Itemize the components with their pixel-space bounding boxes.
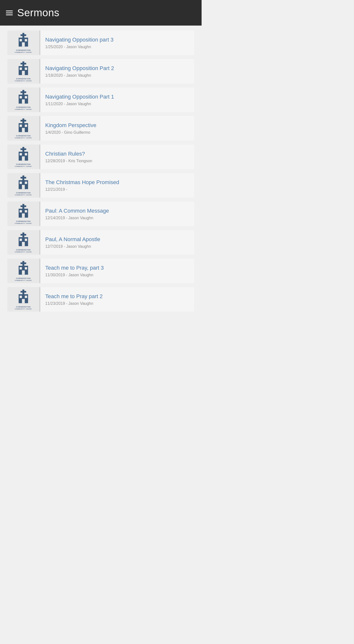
sermon-list-item[interactable]: CORNERSTON COMMUNITY CHURC Christian Rul… — [8, 144, 194, 169]
sermon-meta: 1/18/2020 - Jason Vaughn — [45, 73, 189, 78]
svg-rect-16 — [20, 96, 22, 98]
svg-rect-41 — [25, 210, 27, 212]
sermon-meta: 12/14/2019 - Jason Vaughn — [45, 216, 189, 220]
sermon-content: The Christmas Hope Promised 12/21/2019 - — [40, 175, 194, 196]
sermon-logo: CORNERSTON COMMUNITY CHURC — [8, 202, 39, 226]
svg-rect-31 — [21, 177, 26, 179]
sermon-title: Navigating Opposition part 3 — [45, 36, 189, 44]
svg-rect-3 — [22, 42, 24, 46]
sermon-content: Paul: A Common Message 12/14/2019 - Jaso… — [40, 204, 194, 224]
svg-rect-25 — [21, 148, 26, 150]
church-name: CORNERSTON — [16, 192, 31, 194]
svg-rect-1 — [21, 34, 26, 36]
sermon-list-item[interactable]: CORNERSTON COMMUNITY CHURC Navigating Op… — [8, 88, 194, 112]
sermon-content: Navigating Opposition Part 1 1/11/2020 -… — [40, 90, 194, 110]
svg-rect-35 — [25, 182, 27, 184]
svg-rect-59 — [25, 296, 27, 298]
church-name: CORNERSTON — [16, 106, 31, 108]
sermon-logo: CORNERSTON COMMUNITY CHURC — [8, 116, 39, 140]
sermon-title: Christian Rules? — [45, 150, 189, 158]
sermon-meta: 11/30/2019 - Jason Vaughn — [45, 273, 189, 277]
svg-rect-5 — [25, 39, 27, 42]
church-subname: COMMUNITY CHURC — [15, 308, 32, 310]
church-subname: COMMUNITY CHURC — [15, 223, 32, 224]
church-name: CORNERSTON — [16, 78, 31, 80]
sermon-list-item[interactable]: CORNERSTON COMMUNITY CHURC Teach me to P… — [8, 258, 194, 283]
svg-rect-49 — [21, 262, 26, 264]
svg-rect-4 — [20, 39, 22, 42]
sermon-content: Christian Rules? 12/28/2019 - Kris Tiong… — [40, 146, 194, 168]
church-subname: COMMUNITY CHURC — [15, 52, 32, 53]
sermon-list-item[interactable]: CORNERSTON COMMUNITY CHURC Paul: A Commo… — [8, 202, 194, 226]
sermon-logo: CORNERSTON COMMUNITY CHURC — [8, 30, 39, 55]
svg-rect-43 — [21, 234, 26, 236]
svg-rect-7 — [21, 63, 26, 65]
svg-rect-52 — [20, 267, 22, 270]
svg-rect-27 — [22, 156, 24, 160]
sermon-meta: 12/7/2019 - Jason Vaughn — [45, 244, 189, 249]
sermon-meta: 11/23/2019 - Jason Vaughn — [45, 301, 189, 306]
church-subname: COMMUNITY CHURC — [15, 137, 32, 139]
church-subname: COMMUNITY CHURC — [15, 109, 32, 110]
church-subname: COMMUNITY CHURC — [15, 194, 32, 196]
sermon-logo: CORNERSTON COMMUNITY CHURC — [8, 287, 39, 312]
sermon-logo: CORNERSTON COMMUNITY CHURC — [8, 144, 39, 169]
sermon-title: Teach me to Pray part 2 — [45, 293, 189, 300]
svg-rect-10 — [20, 68, 22, 70]
svg-rect-23 — [25, 124, 27, 127]
church-subname: COMMUNITY CHURC — [15, 280, 32, 281]
church-name: CORNERSTON — [16, 278, 31, 279]
hamburger-menu-button[interactable] — [6, 10, 13, 15]
sermon-title: The Christmas Hope Promised — [45, 179, 189, 186]
church-name: CORNERSTON — [16, 50, 31, 51]
svg-rect-34 — [20, 182, 22, 184]
church-name: CORNERSTON — [16, 249, 31, 251]
sermon-list-item[interactable]: CORNERSTON COMMUNITY CHURC Kingdom Persp… — [8, 116, 194, 140]
sermon-logo: CORNERSTON COMMUNITY CHURC — [8, 59, 39, 84]
svg-rect-57 — [22, 299, 24, 303]
svg-rect-40 — [20, 210, 22, 212]
svg-rect-22 — [20, 124, 22, 127]
sermon-list-item[interactable]: CORNERSTON COMMUNITY CHURC Teach me to P… — [8, 287, 194, 312]
svg-rect-58 — [20, 296, 22, 298]
svg-rect-11 — [25, 68, 27, 70]
sermon-list-item[interactable]: CORNERSTON COMMUNITY CHURC Paul, A Norma… — [8, 230, 194, 255]
svg-rect-33 — [22, 185, 24, 189]
svg-rect-13 — [21, 92, 26, 93]
church-name: CORNERSTON — [16, 164, 31, 165]
page-title: Sermons — [17, 7, 60, 19]
sermon-meta: 1/25/2020 - Jason Vaughn — [45, 45, 189, 49]
sermon-logo: CORNERSTON COMMUNITY CHURC — [8, 173, 39, 198]
sermon-meta: 12/21/2019 - — [45, 187, 189, 192]
svg-rect-51 — [22, 270, 24, 274]
svg-rect-53 — [25, 267, 27, 270]
sermon-content: Navigating Opposition Part 2 1/18/2020 -… — [40, 61, 194, 82]
sermon-title: Navigating Opposition Part 1 — [45, 94, 189, 100]
church-subname: COMMUNITY CHURC — [15, 166, 32, 167]
svg-rect-19 — [21, 120, 26, 122]
sermon-meta: 12/28/2019 - Kris Tiongson — [45, 159, 189, 163]
svg-rect-29 — [25, 153, 27, 156]
sermon-list-item[interactable]: CORNERSTON COMMUNITY CHURC Navigating Op… — [8, 30, 194, 55]
sermon-content: Kingdom Perspective 1/4/2020 - Gino Guil… — [40, 118, 194, 139]
sermon-title: Paul: A Common Message — [45, 208, 189, 214]
svg-rect-17 — [25, 96, 27, 98]
sermon-meta: 1/4/2020 - Gino Guillermo — [45, 130, 189, 135]
sermon-meta: 1/11/2020 - Jason Vaughn — [45, 102, 189, 106]
church-name: CORNERSTON — [16, 306, 31, 308]
sermon-title: Teach me to Pray, part 3 — [45, 264, 189, 272]
sermon-list-item[interactable]: CORNERSTON COMMUNITY CHURC Navigating Op… — [8, 59, 194, 84]
sermon-logo: CORNERSTON COMMUNITY CHURC — [8, 258, 39, 283]
sermon-title: Paul, A Normal Apostle — [45, 236, 189, 243]
sermon-title: Kingdom Perspective — [45, 122, 189, 129]
sermon-list-item[interactable]: CORNERSTON COMMUNITY CHURC The Christmas… — [8, 173, 194, 198]
svg-rect-28 — [20, 153, 22, 156]
svg-rect-46 — [20, 239, 22, 241]
sermon-content: Teach me to Pray, part 3 11/30/2019 - Ja… — [40, 260, 194, 282]
header: Sermons — [0, 0, 202, 26]
svg-rect-9 — [22, 71, 24, 75]
svg-rect-39 — [22, 213, 24, 218]
sermon-logo: CORNERSTON COMMUNITY CHURC — [8, 230, 39, 255]
church-subname: COMMUNITY CHURC — [15, 80, 32, 82]
sermon-list: CORNERSTON COMMUNITY CHURC Navigating Op… — [0, 26, 202, 316]
